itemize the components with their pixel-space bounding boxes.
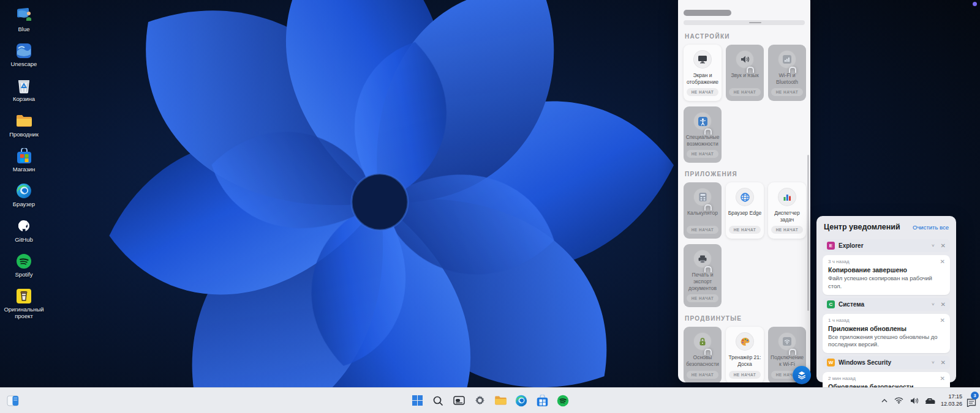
coffee-cup-icon [16, 288, 32, 304]
desktop-icon-spotify[interactable]: Spotify [0, 253, 48, 278]
close-icon[interactable]: ✕ [940, 258, 945, 265]
chevron-down-icon[interactable]: ˅ [932, 360, 935, 365]
tile-status-badge: НЕ НАЧАТ [771, 88, 804, 96]
tile-calculator[interactable]: Калькулятор НЕ НАЧАТ [684, 182, 722, 239]
desktop-icon-blue[interactable]: Blue [0, 7, 48, 32]
tile-label: Специальные возможности [685, 134, 720, 147]
tile-task-manager[interactable]: Диспетчер задач НЕ НАЧАТ [768, 182, 806, 239]
desktop-icon-unescape[interactable]: Unescape [0, 42, 48, 67]
clear-all-link[interactable]: Очистить все [913, 224, 949, 231]
desktop-icon-label: Blue [18, 26, 29, 32]
notification-card[interactable]: ✕ 3 ч назад Копирование завершено Файл у… [823, 255, 950, 295]
tile-label: Wi-Fi и Bluetooth [770, 72, 804, 86]
desktop-icon-original-project[interactable]: Оригинальный проект [0, 288, 48, 320]
recycle-bin-icon [16, 77, 32, 94]
close-icon[interactable]: ✕ [941, 242, 946, 249]
notification-time: 2 мин назад [828, 376, 944, 381]
clock-time: 17:15 [941, 393, 962, 400]
settings-gear-icon [474, 395, 486, 406]
tile-wifi-bluetooth[interactable]: Wi-Fi и Bluetooth НЕ НАЧАТ [768, 45, 806, 101]
desktop-icon-store[interactable]: Магазин [0, 147, 48, 173]
tile-sound-language[interactable]: Звук и язык НЕ НАЧАТ [726, 45, 764, 101]
tile-security-basics[interactable]: Основы безопасности НЕ НАЧАТ [684, 327, 722, 382]
tile-trainer-21-board[interactable]: Тренажёр 21: Доска НЕ НАЧАТ [726, 327, 764, 382]
bar-chart-icon [778, 188, 796, 206]
close-icon[interactable]: ✕ [941, 359, 946, 366]
task-view-button[interactable] [451, 393, 467, 409]
desktop-icon-label: Unescape [11, 61, 37, 67]
desktop-icon-label: Корзина [13, 95, 35, 102]
chevron-down-icon[interactable]: ˅ [932, 243, 935, 248]
tile-print-export[interactable]: Печать и экспорт документов НЕ НАЧАТ [684, 244, 722, 307]
start-button[interactable] [409, 393, 425, 409]
device-tray-icon [925, 397, 935, 404]
notification-group-system[interactable]: C Система ˅ ✕ [823, 298, 950, 311]
desktop-icon-label: Магазин [13, 166, 36, 173]
desktop-icon-browser[interactable]: Браузер [0, 182, 48, 207]
tile-screen-display[interactable]: Экран и отображение НЕ НАЧАТ [684, 45, 722, 101]
panel-scrollbar[interactable] [807, 155, 809, 311]
chevron-down-icon[interactable]: ˅ [932, 302, 935, 307]
store-icon [16, 147, 32, 164]
tray-device-button[interactable] [924, 393, 937, 409]
explorer-badge-icon: E [827, 242, 835, 250]
tile-label: Основы безопасности [685, 354, 720, 368]
edge-button[interactable] [513, 393, 529, 409]
spotify-icon [16, 253, 32, 269]
tray-chevron-button[interactable] [880, 393, 889, 409]
close-icon[interactable]: ✕ [940, 317, 945, 324]
search-button[interactable] [430, 393, 446, 409]
notification-group-explorer[interactable]: E Explorer ˅ ✕ [823, 239, 950, 252]
desktop-icon-label: Проводник [9, 131, 39, 138]
tile-accessibility[interactable]: Специальные возможности НЕ НАЧАТ [684, 106, 722, 163]
tile-status-badge: НЕ НАЧАТ [729, 226, 761, 234]
tile-status-badge: НЕ НАЧАТ [771, 226, 804, 234]
tray-volume-button[interactable] [909, 393, 920, 409]
tray-notification-button[interactable]: 3 [967, 394, 978, 407]
widgets-button[interactable] [5, 393, 21, 409]
tile-status-badge: НЕ НАЧАТ [729, 371, 761, 379]
spotify-button[interactable] [555, 393, 571, 409]
tile-label: Печать и экспорт документов [685, 272, 720, 292]
group-app-name: Система [839, 301, 928, 308]
wifi-icon [778, 332, 796, 351]
store-button[interactable] [534, 393, 550, 409]
tile-status-badge: НЕ НАЧАТ [687, 226, 719, 234]
settings-button[interactable] [472, 393, 488, 409]
desktop-icon-label: GitHub [15, 236, 33, 243]
tray-clock[interactable]: 17:15 12.03.26 [941, 393, 962, 407]
spotify-icon [557, 395, 569, 407]
github-icon [16, 218, 32, 234]
tile-label: Экран и отображение [685, 72, 720, 86]
widgets-icon [7, 395, 19, 406]
palette-icon [736, 332, 754, 351]
clock-date: 12.03.26 [941, 401, 962, 407]
taskbar: 17:15 12.03.26 3 [0, 387, 980, 413]
system-tray: 17:15 12.03.26 3 [880, 393, 978, 409]
windows-security-badge-icon: W [827, 359, 835, 366]
store-icon [537, 395, 548, 407]
tile-status-badge: НЕ НАЧАТ [687, 150, 719, 158]
desktop-icon-github[interactable]: GitHub [0, 218, 48, 243]
layers-fab-button[interactable] [793, 366, 811, 384]
tray-wifi-button[interactable] [894, 393, 905, 409]
notification-group-winsecurity[interactable]: W Windows Security ˅ ✕ [823, 356, 950, 369]
close-icon[interactable]: ✕ [941, 301, 946, 308]
blue-app-icon [16, 7, 32, 24]
green-lock-icon [693, 332, 712, 351]
group-app-name: Windows Security [839, 359, 928, 366]
panel-slider-track[interactable] [684, 20, 805, 25]
slider-handle-icon[interactable] [749, 22, 761, 23]
signal-icon [778, 50, 796, 69]
desktop-icon-explorer[interactable]: Проводник [0, 113, 48, 138]
desktop-icon-recycle-bin[interactable]: Корзина [0, 77, 48, 102]
tasks-panel: НАСТРОЙКИ Экран и отображение НЕ НАЧАТ З… [678, 0, 810, 382]
notification-card[interactable]: ✕ 1 ч назад Приложения обновлены Все при… [823, 314, 950, 354]
close-icon[interactable]: ✕ [940, 375, 945, 382]
tile-edge-browser[interactable]: Браузер Edge НЕ НАЧАТ [726, 182, 764, 239]
settings-tile-grid: Экран и отображение НЕ НАЧАТ Звук и язык… [684, 45, 805, 163]
notification-body: Файл успешно скопирован на рабочий стол. [828, 275, 944, 291]
file-explorer-button[interactable] [492, 393, 508, 409]
notification-center: Центр уведомлений Очистить все E Explore… [816, 216, 956, 382]
layers-icon [797, 370, 807, 380]
